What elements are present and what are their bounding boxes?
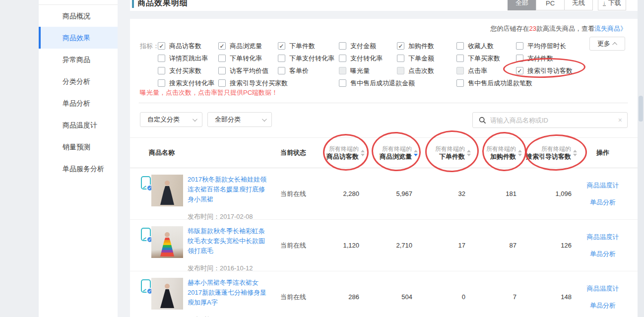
checkbox-checked-icon[interactable]: [158, 42, 165, 50]
metric-item-refund-amount[interactable]: 售中售后成功退款金额: [339, 79, 456, 88]
metric-label: 搜索引导支付买家数: [230, 79, 288, 88]
metric-item-search-pay-cvr[interactable]: 搜索支付转化率: [158, 79, 218, 88]
single-analysis-link[interactable]: 单品分析: [590, 301, 616, 310]
metric-item-visitor-avg-value[interactable]: 访客平均价值: [218, 66, 278, 75]
checkbox-icon[interactable]: [158, 79, 165, 87]
custom-category-dropdown[interactable]: 自定义分类: [140, 112, 202, 127]
checkbox-icon[interactable]: [218, 55, 226, 62]
checkbox-icon[interactable]: [516, 55, 523, 62]
product-search-box[interactable]: ×: [472, 112, 628, 128]
checkbox-icon[interactable]: [158, 55, 165, 62]
metric-item-order-amount[interactable]: 下单金额: [397, 54, 456, 63]
thermometer-link[interactable]: 商品温度计: [587, 284, 619, 293]
checkbox-icon[interactable]: [339, 55, 346, 62]
loss-products-link[interactable]: 流失商品》: [594, 25, 627, 32]
metric-item-search-guided-visitors[interactable]: 搜索引导访客数: [516, 66, 630, 75]
product-title-link[interactable]: 赫本小黑裙冬季连衣裙女2017新款蓬蓬七分袖修身显瘦加厚A字: [188, 279, 266, 306]
product-thumbnail[interactable]: [151, 226, 183, 258]
metric-item-pay-qty[interactable]: 支付件数: [516, 54, 630, 63]
metric-item-payment-amount[interactable]: 支付金额: [339, 42, 397, 51]
metric-item-order-buyers[interactable]: 下单买家数: [456, 54, 516, 63]
metric-item-order-qty[interactable]: 下单件数: [278, 42, 339, 51]
checkbox-checked-icon[interactable]: [278, 42, 285, 50]
metric-item-pay-cvr[interactable]: 支付转化率: [339, 54, 397, 63]
sidebar-item-product-overview[interactable]: 商品概况: [39, 5, 118, 27]
header-all-terminal-views[interactable]: 所有终端的商品浏览量: [367, 145, 420, 161]
product-title-link[interactable]: 2017秋冬新款女长袖娃娃领连衣裙百搭名媛显瘦打底修身小黑裙: [188, 176, 266, 203]
thermometer-link[interactable]: 商品温度计: [587, 181, 619, 190]
checkbox-checked-icon[interactable]: [397, 42, 404, 50]
metric-item-impressions[interactable]: 曝光量: [339, 66, 397, 75]
header-all-terminal-orders[interactable]: 所有终端的下单件数: [420, 145, 473, 161]
checkbox-icon[interactable]: [278, 55, 285, 62]
checkbox-icon[interactable]: [456, 55, 464, 62]
checkbox-icon[interactable]: [397, 55, 404, 62]
checkbox-icon[interactable]: [218, 67, 226, 74]
product-thumbnail[interactable]: [151, 175, 183, 206]
product-title-link[interactable]: 韩版新款秋冬季长袖彩虹条纹毛衣女套头宽松中长款圆领打底毛: [188, 227, 265, 254]
tab-all[interactable]: 全部: [508, 0, 536, 10]
search-input[interactable]: [490, 117, 614, 124]
metric-item-favorites[interactable]: 收藏人数: [456, 42, 516, 51]
checkbox-icon[interactable]: [278, 67, 285, 74]
sort-icon-active-desc[interactable]: [414, 150, 418, 156]
metric-item-product-views[interactable]: 商品浏览量: [218, 42, 278, 51]
download-icon: ↓: [603, 0, 606, 6]
checkbox-checked-icon[interactable]: [516, 67, 523, 74]
sidebar-item-sales-forecast[interactable]: 销量预测: [39, 136, 118, 158]
checkbox-icon[interactable]: [218, 79, 226, 87]
checkbox-icon[interactable]: [339, 42, 346, 50]
sidebar-item-product-thermometer[interactable]: 商品温度计: [39, 114, 118, 136]
single-analysis-link[interactable]: 单品分析: [590, 250, 616, 258]
metric-label: 支付金额: [350, 42, 376, 51]
metric-item-ctr[interactable]: 点击率: [456, 66, 516, 75]
checkbox-icon[interactable]: [339, 79, 346, 87]
download-button[interactable]: ↓ 下载: [598, 0, 626, 10]
metric-item-detail-bounce-rate[interactable]: 详情页跳出率: [158, 54, 218, 63]
sidebar-item-category-analysis[interactable]: 分类分析: [39, 70, 118, 92]
sidebar-item-abnormal-products[interactable]: 异常商品: [39, 49, 118, 70]
metric-item-search-guided-pay-buyers[interactable]: 搜索引导支付买家数: [218, 79, 278, 88]
table-row: ✓ 赫本小黑裙冬季连衣裙女2017新款蓬蓬七分袖修身显瘦加厚A字 发布时间：20…: [130, 271, 638, 317]
header-all-terminal-search-visitors[interactable]: 所有终端的搜索引导访客数: [524, 145, 579, 161]
metric-item-order-pay-cvr[interactable]: 下单支付转化率: [278, 54, 339, 63]
metric-item-cart-adds[interactable]: 加购件数: [397, 42, 456, 51]
checkbox-checked-icon[interactable]: [218, 42, 226, 50]
checkbox-icon[interactable]: [158, 67, 165, 74]
thermometer-link[interactable]: 商品温度计: [587, 233, 619, 242]
metric-item-avg-order-value[interactable]: 客单价: [278, 66, 339, 75]
more-button[interactable]: 更多: [589, 37, 625, 51]
metric-item-clicks[interactable]: 点击次数: [397, 66, 456, 75]
sort-icon[interactable]: [573, 150, 577, 156]
scrollbar-track[interactable]: [638, 0, 644, 317]
sidebar-item-product-effect[interactable]: 商品效果: [39, 27, 118, 49]
tab-wireless[interactable]: 无线: [564, 0, 593, 10]
terminal-tabs: 全部 PC 无线 ↓ 下载: [508, 0, 626, 10]
header-all-terminal-cart-adds[interactable]: 所有终端的加购件数: [473, 145, 524, 161]
all-category-dropdown[interactable]: 全部分类: [207, 112, 272, 127]
metric-label: 下单支付转化率: [289, 54, 334, 63]
dotted-divider: [139, 103, 628, 103]
sort-icon[interactable]: [518, 150, 522, 156]
page-title-wrap: 商品效果明细: [132, 0, 188, 8]
checkbox-icon[interactable]: [456, 79, 464, 87]
sidebar-item-single-product-service[interactable]: 单品服务分析: [39, 158, 118, 180]
product-thumbnail[interactable]: [151, 278, 183, 310]
scrollbar-thumb[interactable]: [639, 96, 643, 122]
metric-label: 支付转化率: [350, 54, 383, 63]
checkbox-icon[interactable]: [456, 42, 464, 50]
single-analysis-link[interactable]: 单品分析: [590, 198, 616, 207]
metric-item-refund-count[interactable]: 售中售后成功退款笔数: [456, 79, 630, 88]
checkbox-icon[interactable]: [516, 42, 523, 50]
sidebar-item-single-product-analysis[interactable]: 单品分析: [39, 92, 118, 114]
metric-item-order-cvr[interactable]: 下单转化率: [218, 54, 278, 63]
metric-item-product-visitors[interactable]: 商品访客数: [158, 42, 218, 51]
notice-middle: 款高流失商品，查看: [536, 25, 594, 32]
header-all-terminal-visitors[interactable]: 所有终端的商品访客数: [319, 145, 367, 161]
sort-icon[interactable]: [467, 150, 471, 156]
header-actions: 操作: [579, 148, 638, 157]
clear-icon[interactable]: ×: [618, 116, 622, 124]
metric-item-pay-buyers[interactable]: 支付买家数: [158, 66, 218, 75]
tab-pc[interactable]: PC: [536, 0, 565, 10]
sort-icon[interactable]: [361, 150, 365, 156]
